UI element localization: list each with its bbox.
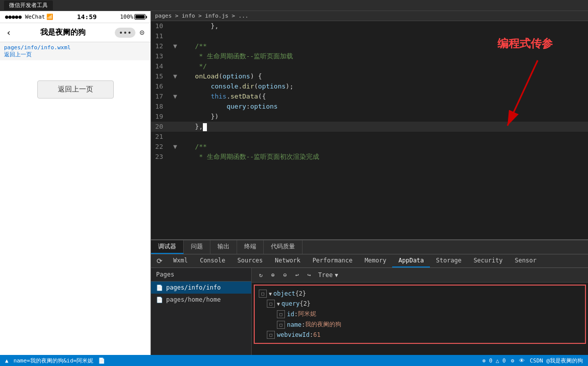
wifi-icon: 📶 (46, 14, 53, 20)
line-content: /** (179, 142, 588, 152)
toolbar-expand-btn[interactable]: ⊕ (268, 270, 278, 280)
devtools-tab-appdata[interactable]: AppData (392, 254, 430, 267)
tree-key-id: id (287, 311, 294, 318)
tree-expand-icon[interactable]: □ (267, 300, 275, 308)
battery-icon (134, 14, 145, 20)
tree-expand-icon[interactable]: □ (277, 321, 285, 329)
line-number: 21 (151, 132, 171, 142)
status-path-text: name=我的夜阑的狗&id=阿米妮 (14, 357, 94, 364)
toolbar-undo-btn[interactable]: ↩ (292, 270, 302, 280)
status-page-icon: 📄 (98, 357, 105, 364)
devtools-tab-security[interactable]: Security (468, 254, 509, 267)
devtools-tab-console[interactable]: Console (194, 254, 232, 267)
status-eye-icon[interactable]: 👁 (519, 357, 525, 364)
svg-line-1 (507, 60, 538, 126)
line-number: 20 (151, 122, 171, 132)
bottom-tab-debugger[interactable]: 调试器 (151, 240, 184, 254)
pages-title: Pages (151, 268, 251, 282)
devtools-reload-icon[interactable]: ⟳ (154, 255, 165, 266)
annotation-label: 编程式传参 (497, 36, 558, 51)
tree-value-webviewid: 61 (313, 331, 320, 338)
file-icon: 📄 (156, 285, 163, 291)
phone-battery: 100% (120, 14, 146, 20)
code-area[interactable]: 10 }, 11 12 ▼ /** (151, 21, 588, 239)
devtools-tab-network[interactable]: Network (269, 254, 307, 267)
line-content: * 生命周期函数--监听页面初次渲染完成 (179, 152, 588, 162)
line-number: 23 (151, 152, 171, 162)
phone-title: 我是夜阑的狗 (40, 28, 86, 37)
line-number: 16 (151, 81, 171, 92)
status-gear-icon[interactable]: ⚙ (511, 357, 514, 364)
tree-row-object: □ ▼ object {2} (255, 289, 585, 299)
fold-arrow[interactable]: ▼ (171, 71, 179, 81)
devtools-tab-sources[interactable]: Sources (231, 254, 269, 267)
pages-list: 📄 pages/info/info 📄 pages/home/home (151, 282, 251, 306)
status-left: ▲ name=我的夜阑的狗&id=阿米妮 📄 (5, 357, 105, 364)
fold-arrow[interactable]: ▼ (171, 142, 179, 152)
code-line-10: 10 }, (151, 21, 588, 31)
signal-text: ●●●●● WeChat (5, 14, 45, 20)
editor-panel: pages > info > info.js > ... 10 }, 11 (151, 11, 588, 355)
tree-row-webviewid: □ webviewId : 61 (255, 330, 585, 340)
devtools-tab-wxml[interactable]: Wxml (167, 254, 194, 267)
phone-status-bar: ●●●●● WeChat 📶 14:59 100% (0, 11, 151, 23)
bottom-tab-output[interactable]: 输出 (210, 240, 237, 254)
csdn-credit: CSDN @我是夜阑的狗 (530, 357, 583, 364)
pages-item-label: pages/info/info (166, 284, 220, 291)
tree-toggle[interactable]: ▼ (269, 291, 272, 297)
phone-nav-bar: ‹ 我是夜阑的狗 ••• ⊙ (0, 23, 151, 42)
status-warnings: ⊗ 0 △ 0 (482, 357, 505, 364)
code-line-22: 22 ▼ /** (151, 142, 588, 152)
pages-item-home[interactable]: 📄 pages/home/home (151, 294, 251, 306)
top-bar-tab-main[interactable]: 微信开发者工具 (4, 1, 53, 10)
file-icon: 📄 (156, 297, 163, 303)
toolbar-redo-btn[interactable]: ↪ (304, 270, 314, 280)
fold-arrow[interactable]: ▼ (171, 92, 179, 102)
line-number: 12 (151, 41, 171, 51)
tree-row-query: □ ▼ query {2} (255, 299, 585, 309)
toolbar-collapse-btn[interactable]: ⊖ (280, 270, 290, 280)
breadcrumb: pages > info > info.js > ... (151, 11, 588, 21)
devtools-tab-memory[interactable]: Memory (358, 254, 392, 267)
devtools-tab-sensor[interactable]: Sensor (508, 254, 542, 267)
tree-content: □ ▼ object {2} □ ▼ query {2} (254, 285, 586, 344)
tree-expand-icon[interactable]: □ (277, 310, 285, 318)
tree-key-webviewid: webviewId (277, 331, 310, 338)
top-bar-tabs: 微信开发者工具 (4, 1, 53, 10)
breadcrumb-text: pages > info > info.js > ... (155, 13, 248, 19)
devtools-tab-storage[interactable]: Storage (430, 254, 468, 267)
tree-label: Tree (318, 271, 333, 279)
tree-expand-icon[interactable]: □ (267, 331, 275, 339)
phone-time: 14:59 (77, 13, 97, 21)
tree-expand-icon[interactable]: □ (259, 290, 267, 298)
status-right: ⊗ 0 △ 0 ⚙ 👁 CSDN @我是夜阑的狗 (482, 357, 583, 364)
pages-panel: Pages 📄 pages/info/info 📄 pages/home/hom… (151, 268, 252, 355)
tree-brace: {2} (300, 300, 311, 307)
phone-back-button[interactable]: ‹ (6, 27, 12, 38)
phone-path: pages/info/info.wxml 返回上一页 (0, 42, 151, 60)
phone-signal: ●●●●● WeChat 📶 (5, 14, 53, 20)
pages-item-info[interactable]: 📄 pages/info/info (151, 282, 251, 294)
devtools-panel: Pages 📄 pages/info/info 📄 pages/home/hom… (151, 268, 588, 355)
line-number: 18 (151, 102, 171, 112)
phone-nav-right: ••• ⊙ (115, 28, 144, 38)
tree-dropdown[interactable]: ▼ (335, 272, 338, 279)
status-triangle-icon: ▲ (5, 357, 9, 364)
phone-back-link[interactable]: 返回上一页 (4, 51, 32, 58)
bottom-tab-terminal[interactable]: 终端 (237, 240, 264, 254)
phone-camera-button[interactable]: ⊙ (139, 28, 144, 37)
appdata-toolbar: ↻ ⊕ ⊖ ↩ ↪ Tree ▼ (252, 268, 588, 283)
fold-arrow[interactable]: ▼ (171, 41, 179, 51)
bottom-panel: 调试器 问题 输出 终端 代码质量 ⟳ Wxml Console Sources… (151, 239, 588, 355)
line-number: 11 (151, 31, 171, 41)
line-number: 10 (151, 21, 171, 31)
tree-toggle[interactable]: ▼ (277, 301, 280, 307)
tree-value-id: 阿米妮 (298, 310, 316, 318)
tree-brace: {2} (295, 290, 306, 297)
phone-more-button[interactable]: ••• (115, 28, 135, 38)
bottom-tab-problems[interactable]: 问题 (184, 240, 210, 254)
phone-back-page-button[interactable]: 返回上一页 (37, 80, 114, 99)
devtools-tab-performance[interactable]: Performance (307, 254, 358, 267)
bottom-tab-quality[interactable]: 代码质量 (264, 240, 303, 254)
toolbar-refresh-btn[interactable]: ↻ (256, 270, 266, 280)
